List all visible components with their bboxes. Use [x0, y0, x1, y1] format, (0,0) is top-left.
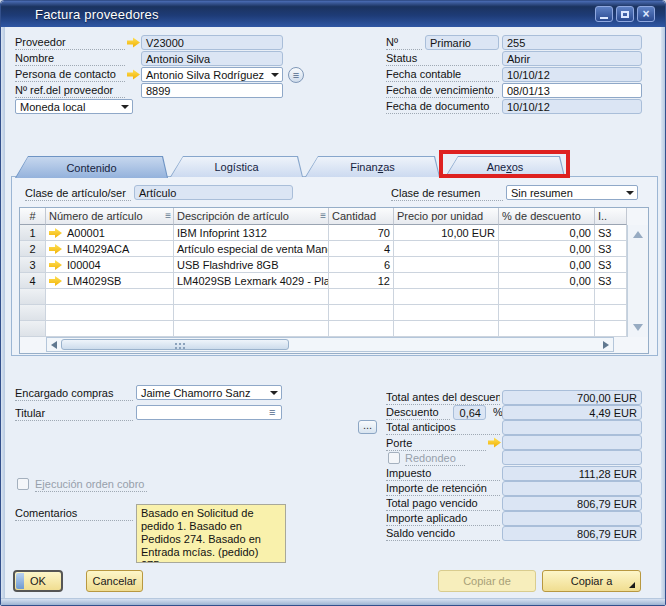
empty-cell[interactable] — [394, 321, 499, 337]
numero-serie-field: Primario — [425, 35, 499, 50]
cantidad-cell[interactable]: 4 — [329, 241, 394, 257]
row-number-cell[interactable]: 3 — [20, 257, 46, 273]
porte-field — [502, 435, 642, 450]
empty-cell[interactable] — [499, 289, 595, 305]
descripcion-cell[interactable]: IBM Infoprint 1312 — [174, 225, 329, 241]
empty-cell[interactable] — [499, 321, 595, 337]
row-number-cell[interactable] — [20, 321, 46, 337]
comentarios-textarea[interactable]: Basado en Solicitud de pedido 1. Basado … — [136, 504, 286, 563]
row-number-cell[interactable] — [20, 289, 46, 305]
persona-contacto-link-arrow-icon[interactable] — [127, 69, 140, 80]
articulo-cell[interactable]: I00004 — [46, 257, 174, 273]
precio-cell[interactable] — [394, 273, 499, 289]
item-link-arrow-icon[interactable] — [49, 260, 62, 271]
empty-cell[interactable] — [174, 321, 329, 337]
item-link-arrow-icon[interactable] — [49, 228, 62, 239]
precio-cell[interactable]: 10,00 EUR — [394, 225, 499, 241]
encargado-dropdown[interactable]: Jaime Chamorro Sanz — [136, 385, 282, 400]
descuento-pct-field[interactable]: 0,64 — [453, 405, 486, 420]
descuento-cell[interactable]: 0,00 — [499, 225, 595, 241]
vertical-scrollbar[interactable] — [627, 225, 648, 337]
clase-resumen-dropdown[interactable]: Sin resumen — [506, 185, 638, 200]
contact-details-button[interactable]: ≡ — [288, 67, 304, 83]
empty-cell[interactable] — [394, 305, 499, 321]
cantidad-cell[interactable]: 6 — [329, 257, 394, 273]
precio-cell[interactable] — [394, 241, 499, 257]
horizontal-scrollbar[interactable] — [46, 337, 614, 352]
chevron-down-icon[interactable] — [121, 105, 129, 109]
row-number-cell[interactable]: 2 — [20, 241, 46, 257]
minimize-button[interactable] — [595, 6, 613, 22]
descripcion-cell[interactable]: Artículo especial de venta Mangue — [174, 241, 329, 257]
clase-resumen-value: Sin resumen — [511, 187, 573, 199]
scrollbar-thumb[interactable] — [61, 339, 289, 350]
title-bar[interactable]: Factura proveedores × — [1, 1, 665, 27]
porte-label: Porte — [386, 437, 486, 451]
impuesto-cell[interactable]: S3 — [595, 273, 627, 289]
empty-cell[interactable] — [46, 321, 174, 337]
persona-contacto-dropdown[interactable]: Antonio Silva Rodríguez — [141, 67, 283, 82]
impuesto-cell[interactable]: S3 — [595, 241, 627, 257]
scroll-up-icon[interactable] — [633, 231, 643, 238]
anticipos-browse-button[interactable]: ... — [358, 420, 377, 434]
empty-cell[interactable] — [329, 289, 394, 305]
chevron-down-icon[interactable] — [271, 73, 279, 77]
fecha-vencimiento-field[interactable]: 08/01/13 — [502, 83, 642, 98]
empty-cell[interactable] — [174, 289, 329, 305]
empty-cell[interactable] — [46, 305, 174, 321]
articulo-cell[interactable]: A00001 — [46, 225, 174, 241]
descuento-cell[interactable]: 0,00 — [499, 257, 595, 273]
empty-cell[interactable] — [329, 321, 394, 337]
tab-contenido[interactable]: Contenido — [15, 156, 168, 178]
empty-cell[interactable] — [394, 289, 499, 305]
close-button[interactable]: × — [637, 6, 655, 22]
titular-field[interactable] — [136, 405, 282, 420]
empty-cell[interactable] — [595, 321, 627, 337]
ok-button[interactable]: OK — [13, 570, 63, 592]
maximize-button[interactable] — [616, 6, 634, 22]
cancelar-button[interactable]: Cancelar — [86, 570, 143, 592]
cantidad-cell[interactable]: 70 — [329, 225, 394, 241]
empty-cell[interactable] — [174, 305, 329, 321]
descuento-cell[interactable]: 0,00 — [499, 241, 595, 257]
pago-vencido-label: Total pago vencido — [386, 497, 500, 511]
tab-finanzas[interactable]: Finanzas — [305, 156, 440, 177]
empty-cell[interactable] — [46, 289, 174, 305]
articulo-cell[interactable]: LM4029SB — [46, 273, 174, 289]
descripcion-cell[interactable]: LM4029SB Lexmark 4029 - Placa B — [174, 273, 329, 289]
ref-proveedor-field[interactable]: 8899 — [141, 83, 283, 98]
row-number-cell[interactable]: 1 — [20, 225, 46, 241]
impuesto-cell[interactable]: S3 — [595, 225, 627, 241]
precio-cell[interactable] — [394, 257, 499, 273]
porte-link-arrow-icon[interactable] — [488, 437, 501, 448]
tab-logistica[interactable]: Logística — [170, 156, 303, 177]
impuesto-cell[interactable]: S3 — [595, 257, 627, 273]
maximize-icon — [621, 11, 629, 18]
empty-cell[interactable] — [595, 289, 627, 305]
moneda-dropdown[interactable]: Moneda local — [15, 99, 133, 114]
chevron-down-icon[interactable] — [270, 391, 278, 395]
cantidad-cell[interactable]: 12 — [329, 273, 394, 289]
proveedor-link-arrow-icon[interactable] — [127, 37, 140, 48]
scroll-left-icon[interactable] — [51, 341, 57, 349]
descuento-cell[interactable]: 0,00 — [499, 273, 595, 289]
copiar-a-button[interactable]: Copiar a — [542, 570, 641, 592]
chevron-down-icon[interactable] — [626, 191, 634, 195]
row-number-cell[interactable]: 4 — [20, 273, 46, 289]
tab-label: Finan — [350, 161, 378, 173]
scroll-down-icon[interactable] — [633, 324, 643, 331]
articulo-cell[interactable]: LM4029ACA — [46, 241, 174, 257]
item-link-arrow-icon[interactable] — [49, 244, 62, 255]
total-antes-label: Total antes del descuento — [386, 391, 500, 405]
item-link-arrow-icon[interactable] — [49, 276, 62, 287]
row-number-cell[interactable] — [20, 305, 46, 321]
titular-list-icon[interactable]: ≡ — [269, 407, 275, 418]
saldo-vencido-label: Saldo vencido — [386, 527, 500, 541]
descripcion-cell[interactable]: USB Flashdrive 8GB — [174, 257, 329, 273]
column-menu-icon[interactable]: ≡ — [320, 210, 326, 221]
scroll-right-icon[interactable] — [603, 341, 609, 349]
empty-cell[interactable] — [499, 305, 595, 321]
column-menu-icon[interactable]: ≡ — [165, 210, 171, 221]
empty-cell[interactable] — [329, 305, 394, 321]
empty-cell[interactable] — [595, 305, 627, 321]
